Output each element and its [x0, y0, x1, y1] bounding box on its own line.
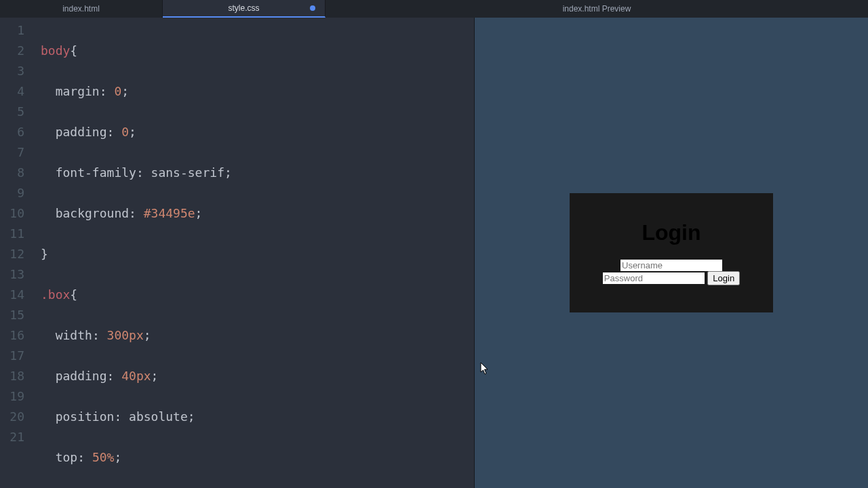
tab-label: index.html: [62, 4, 100, 14]
code-area[interactable]: body{ margin: 0; padding: 0; font-family…: [34, 18, 474, 488]
line-number: 1: [0, 20, 34, 41]
workspace: 1 2 3 4 5 6 7 8 9 10 11 12 13 14 15 16 1…: [0, 18, 868, 488]
line-number: 3: [0, 61, 34, 81]
line-gutter: 1 2 3 4 5 6 7 8 9 10 11 12 13 14 15 16 1…: [0, 18, 34, 488]
login-heading: Login: [597, 220, 746, 245]
line-number: 21: [0, 427, 34, 447]
line-number: 8: [0, 163, 34, 183]
login-box: Login: [570, 193, 773, 312]
line-number: 20: [0, 407, 34, 427]
tab-label: index.html Preview: [563, 4, 631, 14]
line-number: 19: [0, 386, 34, 407]
username-input[interactable]: [620, 260, 722, 271]
line-number: 11: [0, 224, 34, 244]
line-number: 10: [0, 203, 34, 224]
line-number: 13: [0, 264, 34, 285]
line-number: 12: [0, 244, 34, 264]
mouse-cursor-icon: [480, 362, 490, 375]
line-number: 14: [0, 285, 34, 305]
line-number: 6: [0, 122, 34, 142]
app-root: index.html style.css index.html Preview …: [0, 0, 868, 488]
tab-preview[interactable]: index.html Preview: [326, 0, 868, 18]
line-number: 9: [0, 183, 34, 203]
line-number: 2: [0, 41, 34, 61]
editor-pane: 1 2 3 4 5 6 7 8 9 10 11 12 13 14 15 16 1…: [0, 18, 475, 488]
tab-style-css[interactable]: style.css: [163, 0, 326, 18]
line-number: 17: [0, 346, 34, 366]
login-submit-button[interactable]: [707, 271, 740, 285]
line-number: 4: [0, 81, 34, 102]
tab-index-html[interactable]: index.html: [0, 0, 163, 18]
line-number: 16: [0, 325, 34, 346]
login-form: [597, 259, 746, 285]
unsaved-dot-icon: [310, 5, 315, 11]
tab-label: style.css: [228, 3, 259, 13]
line-number: 18: [0, 366, 34, 386]
preview-pane: Login: [475, 18, 868, 488]
password-input[interactable]: [603, 272, 705, 284]
line-number: 15: [0, 305, 34, 325]
line-number: 7: [0, 142, 34, 163]
tab-bar: index.html style.css index.html Preview: [0, 0, 868, 18]
line-number: 5: [0, 102, 34, 122]
